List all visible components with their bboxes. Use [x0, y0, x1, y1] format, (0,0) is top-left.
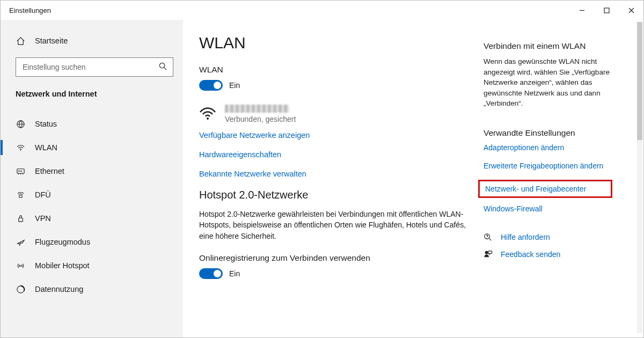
link-windows-firewall[interactable]: Windows-Firewall — [484, 204, 623, 213]
ethernet-icon — [16, 166, 25, 176]
svg-point-3 — [20, 150, 21, 151]
dialup-icon — [16, 190, 25, 200]
svg-point-11 — [487, 238, 487, 238]
sidebar-category: Netzwerk und Internet — [1, 83, 183, 105]
window-body: Startseite Einstellung suchen Netzwerk u… — [1, 20, 643, 337]
wifi-signal-icon — [199, 106, 216, 121]
related-pane: Verbinden mit einem WLAN Wenn das gewüns… — [484, 20, 634, 337]
sidebar-item-label: WLAN — [35, 143, 57, 152]
help-label: Hilfe anfordern — [501, 233, 550, 241]
sidebar-item-wlan[interactable]: WLAN — [1, 136, 183, 159]
connect-heading: Verbinden mit einem WLAN — [484, 41, 623, 51]
searchbox-wrap: Einstellung suchen — [1, 51, 183, 83]
search-input[interactable]: Einstellung suchen — [16, 57, 173, 77]
hotspot20-title: Hotspot 2.0-Netzwerke — [199, 189, 467, 201]
wlan-toggle[interactable] — [199, 80, 223, 91]
maximize-button[interactable] — [594, 1, 619, 20]
link-hardware-properties[interactable]: Hardwareeigenschaften — [199, 150, 467, 159]
svg-rect-13 — [488, 251, 492, 254]
sidebar-item-vpn[interactable]: VPN — [1, 207, 183, 230]
svg-rect-0 — [604, 8, 609, 13]
svg-point-12 — [485, 251, 488, 254]
online-reg-label: Onlineregistrierung zum Verbinden verwen… — [199, 253, 467, 263]
online-reg-state: Ein — [229, 269, 240, 278]
wlan-toggle-row: Ein — [199, 80, 467, 91]
feedback-link[interactable]: Feedback senden — [484, 249, 623, 259]
sidebar-home[interactable]: Startseite — [1, 31, 183, 51]
settings-window: Einstellungen Startseite Einstellung suc… — [0, 0, 644, 338]
hotspot20-description: Hotspot 2.0-Netzwerke gewährleisten bei … — [199, 209, 467, 241]
sidebar-item-label: Datennutzung — [35, 285, 83, 293]
vpn-icon — [16, 214, 25, 223]
scrollbar-track — [637, 22, 642, 333]
network-info: Verbunden, gesichert — [225, 105, 296, 123]
hotspot-icon — [16, 261, 25, 270]
home-icon — [16, 36, 25, 46]
online-reg-toggle[interactable] — [199, 268, 223, 279]
search-icon — [158, 62, 167, 72]
related-heading: Verwandte Einstellungen — [484, 128, 623, 138]
scrollbar[interactable] — [637, 22, 642, 333]
svg-rect-6 — [18, 218, 23, 222]
feedback-icon — [484, 249, 493, 259]
main: WLAN WLAN Ein Verbunden, gesichert Verfü… — [183, 20, 643, 337]
sidebar-item-ethernet[interactable]: Ethernet — [1, 159, 183, 183]
search-placeholder: Einstellung suchen — [23, 63, 158, 71]
help-link[interactable]: Hilfe anfordern — [484, 232, 623, 242]
page-title: WLAN — [199, 34, 467, 52]
close-button[interactable] — [619, 1, 643, 20]
sidebar-item-label: Mobiler Hotspot — [35, 261, 90, 270]
svg-point-9 — [207, 117, 209, 120]
svg-rect-4 — [17, 168, 24, 173]
sidebar-item-hotspot[interactable]: Mobiler Hotspot — [1, 254, 183, 277]
sidebar-item-status[interactable]: Status — [1, 112, 183, 136]
online-reg-toggle-row: Ein — [199, 268, 467, 279]
svg-point-1 — [159, 63, 164, 68]
sidebar: Startseite Einstellung suchen Netzwerk u… — [1, 20, 183, 337]
sidebar-item-label: VPN — [35, 214, 51, 223]
feedback-label: Feedback senden — [501, 250, 560, 259]
link-known-networks[interactable]: Bekannte Netzwerke verwalten — [199, 170, 467, 178]
wifi-icon — [16, 143, 25, 152]
sidebar-item-label: DFÜ — [35, 190, 51, 199]
wlan-label: WLAN — [199, 65, 467, 75]
sidebar-item-label: Flugzeugmodus — [35, 238, 90, 246]
sidebar-nav: Status WLAN Ethernet — [1, 112, 183, 301]
scrollbar-thumb[interactable] — [637, 22, 642, 140]
globe-icon — [16, 119, 25, 129]
link-network-sharing-center[interactable]: Netzwerk- und Freigabecenter — [478, 180, 612, 198]
minimize-button[interactable] — [569, 1, 594, 20]
data-usage-icon — [16, 284, 25, 294]
link-available-networks[interactable]: Verfügbare Netzwerke anzeigen — [199, 131, 467, 139]
help-icon — [484, 232, 493, 242]
sidebar-item-airplane[interactable]: Flugzeugmodus — [1, 230, 183, 254]
sidebar-home-label: Startseite — [35, 36, 68, 45]
current-network: Verbunden, gesichert — [199, 105, 467, 123]
window-title: Einstellungen — [9, 6, 51, 14]
titlebar: Einstellungen — [1, 1, 643, 20]
link-adapter-options[interactable]: Adapteroptionen ändern — [484, 143, 623, 152]
sidebar-item-data-usage[interactable]: Datennutzung — [1, 277, 183, 301]
airplane-icon — [16, 237, 25, 247]
sidebar-item-dialup[interactable]: DFÜ — [1, 183, 183, 207]
sidebar-item-label: Status — [35, 120, 57, 128]
network-ssid-redacted — [225, 105, 289, 113]
sidebar-item-label: Ethernet — [35, 167, 64, 175]
svg-point-7 — [20, 265, 21, 266]
connect-description: Wenn das gewünschte WLAN nicht angezeigt… — [484, 56, 623, 109]
link-advanced-sharing[interactable]: Erweiterte Freigabeoptionen ändern — [484, 161, 623, 170]
network-status: Verbunden, gesichert — [225, 115, 296, 123]
content-area: WLAN WLAN Ein Verbunden, gesichert Verfü… — [183, 20, 484, 337]
wlan-toggle-state: Ein — [229, 81, 240, 90]
svg-rect-5 — [19, 195, 22, 197]
